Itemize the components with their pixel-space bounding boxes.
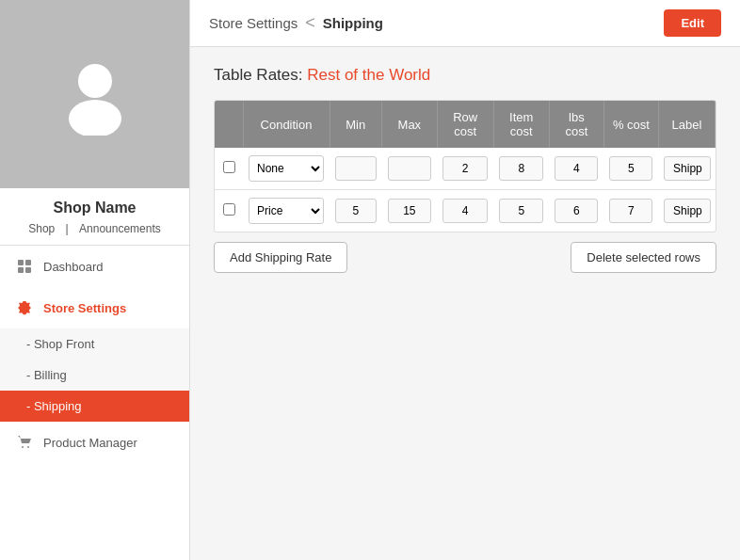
col-checkbox	[215, 101, 243, 148]
breadcrumb-current: Shipping	[323, 15, 383, 31]
svg-rect-3	[25, 260, 31, 265]
avatar-icon	[53, 51, 137, 138]
max-input-1[interactable]	[388, 199, 432, 223]
col-item-cost: Item cost	[493, 101, 549, 148]
item-cost-input-0[interactable]	[499, 156, 543, 181]
svg-point-7	[27, 446, 29, 448]
avatar-area	[0, 0, 189, 188]
svg-rect-2	[18, 260, 24, 265]
table-title: Table Rates: Rest of the World	[214, 66, 716, 85]
sidebar-item-dashboard-label: Dashboard	[43, 260, 104, 274]
svg-point-1	[69, 100, 121, 136]
min-input-0[interactable]	[335, 156, 377, 181]
max-input-0[interactable]	[388, 156, 432, 181]
condition-select-0[interactable]: NonePriceWeightItems	[249, 155, 324, 182]
col-condition: Condition	[243, 101, 330, 148]
row-checkbox-0[interactable]	[223, 161, 235, 173]
row-cost-input-1[interactable]	[442, 199, 488, 223]
table-title-highlight: Rest of the World	[307, 66, 430, 84]
label-input-1[interactable]	[664, 199, 711, 223]
breadcrumb-parent: Store Settings	[209, 15, 298, 31]
sidebar-item-store-settings-label: Store Settings	[43, 301, 126, 315]
content-area: Table Rates: Rest of the World Condition…	[190, 47, 740, 560]
svg-point-0	[78, 64, 112, 98]
col-label: Label	[658, 101, 715, 148]
lbs-cost-input-0[interactable]	[555, 156, 598, 181]
lbs-cost-input-1[interactable]	[555, 199, 598, 223]
main-area: Store Settings < Shipping Edit Table Rat…	[190, 0, 740, 560]
sidebar-item-billing[interactable]: - Billing	[0, 360, 189, 391]
table-row: NonePriceWeightItems	[215, 148, 716, 190]
svg-point-6	[22, 446, 24, 448]
shop-name: Shop Name	[0, 188, 189, 222]
edit-button[interactable]: Edit	[664, 9, 721, 37]
min-input-1[interactable]	[335, 199, 377, 223]
gear-icon	[15, 298, 34, 317]
sidebar-item-product-manager-label: Product Manager	[43, 436, 137, 450]
breadcrumb: Store Settings < Shipping	[209, 13, 383, 33]
sidebar-item-billing-label: - Billing	[26, 368, 67, 382]
shop-link[interactable]: Shop	[28, 222, 55, 235]
condition-select-1[interactable]: NonePriceWeightItems	[249, 198, 324, 224]
item-cost-input-1[interactable]	[499, 199, 543, 223]
svg-rect-5	[25, 267, 31, 273]
col-max: Max	[382, 101, 438, 148]
rates-table: Condition Min Max Row cost Item cost lbs…	[214, 100, 716, 232]
row-cost-input-0[interactable]	[442, 156, 488, 181]
pct-cost-input-1[interactable]	[609, 199, 652, 223]
sidebar-item-dashboard[interactable]: Dashboard	[0, 246, 189, 287]
link-divider: |	[66, 222, 69, 235]
sidebar-item-store-settings[interactable]: Store Settings	[0, 287, 189, 328]
sidebar-item-shipping-label: - Shipping	[26, 399, 82, 413]
pct-cost-input-0[interactable]	[609, 156, 652, 181]
table-title-static: Table Rates:	[214, 66, 303, 84]
col-lbs-cost: lbs cost	[549, 101, 603, 148]
sidebar-item-shop-front[interactable]: - Shop Front	[0, 328, 189, 360]
sidebar-item-shipping[interactable]: - Shipping	[0, 391, 189, 422]
shop-links: Shop | Announcements	[0, 222, 189, 245]
svg-rect-4	[18, 267, 24, 273]
topbar: Store Settings < Shipping Edit	[190, 0, 740, 47]
announcements-link[interactable]: Announcements	[79, 222, 161, 235]
table-footer: Add Shipping Rate Delete selected rows	[214, 232, 716, 273]
col-min: Min	[330, 101, 382, 148]
col-pct-cost: % cost	[603, 101, 658, 148]
sidebar: Shop Name Shop | Announcements Dashboard…	[0, 0, 190, 560]
add-shipping-rate-button[interactable]: Add Shipping Rate	[214, 242, 347, 273]
dashboard-icon	[15, 257, 34, 276]
label-input-0[interactable]	[664, 156, 711, 181]
row-checkbox-1[interactable]	[223, 203, 235, 216]
table-row: NonePriceWeightItems	[215, 190, 716, 232]
breadcrumb-separator: <	[305, 13, 315, 33]
sidebar-item-product-manager[interactable]: Product Manager	[0, 422, 189, 463]
sidebar-item-shop-front-label: - Shop Front	[26, 337, 94, 351]
col-row-cost: Row cost	[437, 101, 493, 148]
cart-icon	[15, 433, 34, 452]
delete-selected-rows-button[interactable]: Delete selected rows	[571, 242, 716, 273]
